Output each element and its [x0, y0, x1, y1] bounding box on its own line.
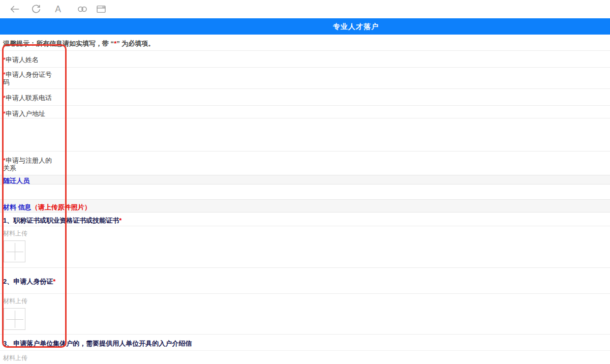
page-title: 专业人才落户	[333, 18, 379, 35]
section-title: 材料 信息	[3, 203, 32, 211]
spacer-row	[0, 185, 610, 199]
tip-text: 温馨提示：所有信息请如实填写，带 “	[3, 40, 114, 47]
back-icon[interactable]	[9, 4, 20, 15]
material-item-3-title: 3、申请落户单位集体户的，需要提供用人单位开具的入户介绍信	[0, 335, 610, 351]
svg-text:A: A	[55, 4, 61, 14]
refresh-icon[interactable]	[30, 4, 42, 15]
tip-text-suffix: ” 为必填项。	[116, 40, 155, 47]
upload-label: 材料上传	[0, 297, 610, 306]
upload-label: 材料上传	[0, 354, 610, 362]
page-header: 专业人才落户	[0, 18, 610, 35]
field-row-relation[interactable]: *申请与注册人的关系	[0, 151, 610, 175]
section-header-accompanying-persons: 随迁人员	[0, 175, 610, 185]
upload-label: 材料上传	[0, 229, 610, 238]
material-upload-area-3: 材料上传	[0, 351, 610, 364]
item-title-text: 2、申请人身份证	[3, 278, 53, 285]
item-title-text: 1、职称证书或职业资格证书或技能证书	[3, 217, 119, 224]
label-text: 申请入户地址	[6, 110, 45, 117]
field-label: *申请人联系电话	[0, 89, 60, 102]
plus-icon	[6, 243, 23, 260]
field-row-applicant-name[interactable]: *申请人姓名	[0, 51, 610, 68]
link-icon[interactable]	[77, 4, 88, 15]
font-size-icon[interactable]: A	[52, 4, 64, 15]
required-tip: 温馨提示：所有信息请如实填写，带 “*” 为必填项。	[0, 35, 610, 51]
field-row-phone[interactable]: *申请人联系电话	[0, 89, 610, 106]
material-item-2-title: 2、申请人身份证*	[0, 268, 610, 294]
label-text: 申请与注册人的关系	[3, 157, 52, 172]
window-icon[interactable]	[96, 4, 107, 15]
toolbar: A	[0, 0, 610, 18]
required-star: *	[119, 217, 121, 224]
field-label: *申请人姓名	[0, 51, 60, 64]
section-header-materials: 材料 信息（请上传原件照片）	[0, 199, 610, 213]
address-input-area[interactable]	[0, 118, 610, 151]
material-upload-area-2: 材料上传	[0, 294, 610, 335]
plus-icon	[6, 311, 23, 328]
field-row-id-number[interactable]: *申请人身份证号码	[0, 68, 610, 89]
upload-button-1[interactable]	[4, 240, 25, 262]
field-label: *申请入户地址	[0, 106, 60, 117]
item-title-text: 3、申请落户单位集体户的，需要提供用人单位开具的入户介绍信	[3, 340, 192, 347]
material-item-1-title: 1、职称证书或职业资格证书或技能证书*	[0, 213, 610, 226]
label-text: 申请人身份证号码	[3, 71, 52, 86]
field-label: *申请与注册人的关系	[0, 151, 56, 172]
material-upload-area-1: 材料上传	[0, 226, 610, 268]
label-text: 申请人姓名	[6, 56, 39, 64]
field-label: *申请人身份证号码	[0, 68, 57, 86]
section-note: （请上传原件照片）	[32, 203, 91, 211]
page: A 专业人才落户 温馨提示：所有信息请如实填写，带 “*” 为必填项。 *申请人…	[0, 0, 610, 364]
upload-button-2[interactable]	[4, 308, 25, 330]
required-star: *	[53, 278, 55, 285]
label-text: 申请人联系电话	[6, 94, 52, 102]
field-row-address[interactable]: *申请入户地址	[0, 106, 610, 118]
section-title: 随迁人员	[3, 177, 29, 185]
